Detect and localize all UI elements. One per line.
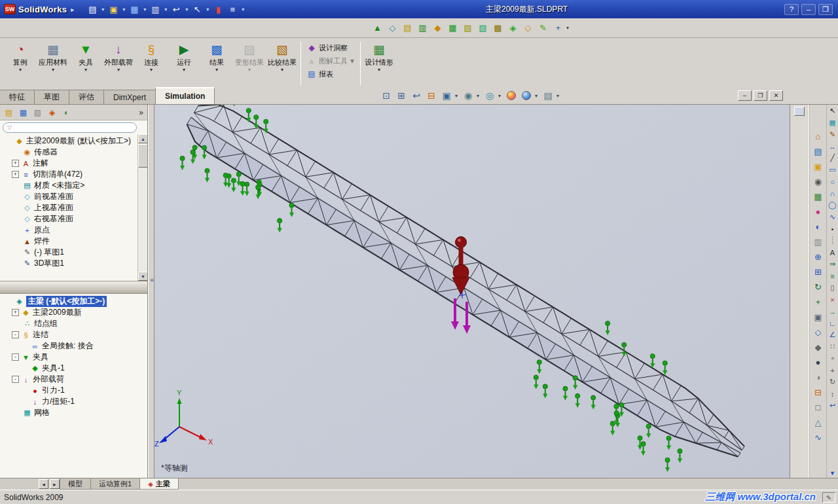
feature-manager-tab-icon[interactable]: ▤: [3, 107, 15, 118]
dropdown-arrow-icon[interactable]: ▾: [184, 7, 189, 12]
ribbon-button-connections[interactable]: §连接▾: [136, 40, 167, 87]
ribbon-button-study[interactable]: ◔算例▾: [5, 40, 36, 87]
centerline-icon[interactable]: ┊: [828, 236, 837, 245]
shadows-icon[interactable]: ◑: [812, 372, 824, 383]
hide-show-items-icon[interactable]: ◎: [483, 89, 496, 102]
dropdown-arrow-icon[interactable]: ▾: [117, 67, 120, 73]
scene-icon[interactable]: ◐: [812, 221, 824, 232]
graphics-area[interactable]: YXZ: [155, 105, 790, 478]
ribbon-button-fixtures[interactable]: ▼夹具▾: [70, 40, 101, 87]
trim-extend-icon[interactable]: ▥: [416, 21, 429, 35]
fillet-icon[interactable]: ◈: [506, 21, 520, 35]
sketch-icon[interactable]: ✎: [536, 21, 550, 35]
line-icon[interactable]: ╱: [828, 153, 837, 163]
convert-entities-icon[interactable]: ⇒: [828, 259, 837, 269]
file-explorer-icon[interactable]: ▣: [812, 161, 824, 172]
study-tree-item[interactable]: ◆夹具-1: [1, 363, 146, 374]
feature-tree-item[interactable]: ◇右视基准面: [1, 213, 136, 225]
color-swatch-icon[interactable]: ▮: [211, 3, 225, 16]
feature-tree-item[interactable]: ◆主梁2009最新 (默认<按加工>): [1, 135, 136, 147]
doc-close-button[interactable]: ✕: [769, 90, 783, 101]
rotate-entities-icon[interactable]: ↻: [828, 377, 837, 387]
feature-tree-item[interactable]: ▤材质 <未指定>: [1, 180, 136, 191]
more-tools-icon[interactable]: ▼: [829, 470, 835, 477]
arc-icon[interactable]: ∩: [828, 189, 837, 198]
study-tree-item[interactable]: ●引力-1: [1, 385, 146, 396]
tab-motion-study-1[interactable]: 运动算例1: [90, 478, 140, 490]
circle-icon[interactable]: ○: [828, 177, 837, 187]
tab-scroll-right-icon[interactable]: ▸: [50, 479, 60, 489]
study-tree-item[interactable]: -§连结: [1, 329, 146, 340]
view-palette-icon[interactable]: ▦: [812, 191, 824, 202]
curvature-icon[interactable]: ∿: [812, 432, 824, 443]
zoom-area-icon[interactable]: ⊞: [812, 266, 824, 278]
zoom-to-area-icon[interactable]: ⊞: [395, 89, 408, 102]
feature-tree-item[interactable]: ◇上视基准面: [1, 202, 136, 213]
previous-view-icon[interactable]: ↩: [410, 89, 423, 102]
tab-dimxpert[interactable]: DimXpert: [103, 90, 156, 104]
save-icon[interactable]: ▦: [128, 3, 141, 16]
dropdown-arrow-icon[interactable]: ▾: [350, 56, 354, 65]
panel-resize-splitter[interactable]: «: [148, 105, 155, 478]
scale-entities-icon[interactable]: ↕: [828, 389, 837, 399]
dropdown-arrow-icon[interactable]: ▾: [19, 67, 22, 73]
dropdown-arrow-icon[interactable]: ▾: [281, 67, 283, 73]
tab-scroll-left-icon[interactable]: ◂: [39, 479, 48, 489]
doc-restore-button[interactable]: ❐: [754, 90, 767, 101]
feature-tree-item[interactable]: +≡切割清单(472): [1, 169, 136, 180]
gusset-icon[interactable]: ◆: [431, 21, 445, 35]
tree-expand-toggle[interactable]: -: [12, 331, 19, 338]
study-tree-item[interactable]: +◆主梁2009最新: [1, 307, 146, 318]
maximize-window-button[interactable]: ❐: [818, 4, 833, 15]
property-manager-tab-icon[interactable]: ▦: [17, 107, 29, 118]
text-icon[interactable]: A: [828, 247, 837, 257]
dropdown-arrow-icon[interactable]: ▾: [142, 7, 147, 12]
weld-bead-icon[interactable]: ▧: [461, 21, 475, 35]
doc-minimize-button[interactable]: –: [738, 90, 752, 101]
wireframe-icon[interactable]: ◇: [812, 327, 824, 338]
section-view-icon[interactable]: ⊟: [425, 89, 438, 102]
minimize-window-button[interactable]: –: [801, 4, 816, 15]
graphics-viewport[interactable]: YXZ *等轴测: [155, 105, 790, 478]
design-library-icon[interactable]: ▤: [812, 146, 824, 157]
study-tree-item[interactable]: -▼夹具: [1, 351, 146, 363]
ribbon-button-apply-material[interactable]: ▦应用材料▾: [37, 40, 69, 87]
study-tree-item[interactable]: ◈主梁 (-默认<按加工>-): [1, 296, 146, 307]
ellipse-icon[interactable]: ◯: [828, 200, 837, 210]
feature-tree-item[interactable]: +A注解: [1, 158, 136, 169]
shaded-icon[interactable]: ●: [812, 357, 824, 368]
dropdown-arrow-icon[interactable]: ▾: [121, 7, 126, 12]
dropdown-arrow-icon[interactable]: ▾: [556, 93, 561, 99]
configuration-manager-tab-icon[interactable]: ▧: [31, 107, 44, 118]
feature-tree-item[interactable]: ✎3D草图1: [1, 258, 136, 269]
help-button[interactable]: ?: [784, 4, 799, 15]
trim-entities-icon[interactable]: ×: [828, 295, 837, 304]
feature-tree-filter-input[interactable]: ▽: [3, 122, 137, 133]
extruded-boss-icon[interactable]: ▨: [476, 21, 490, 35]
feature-tree-item[interactable]: ◇前视基准面: [1, 191, 136, 202]
ribbon-button-design-insight[interactable]: ◆设计洞察: [304, 42, 357, 54]
new-document-icon[interactable]: ▤: [86, 3, 99, 16]
study-tree-item[interactable]: ▦网格: [1, 407, 146, 418]
tree-expand-toggle[interactable]: +: [12, 160, 19, 167]
extruded-cut-icon[interactable]: ▩: [491, 21, 505, 35]
select-arrow-icon[interactable]: ↖: [828, 106, 837, 116]
undo-icon[interactable]: ↩: [828, 401, 837, 410]
dropdown-arrow-icon[interactable]: ▾: [205, 7, 210, 12]
search-icon[interactable]: ◉: [812, 176, 824, 187]
task-pane-toggle-button[interactable]: [794, 107, 805, 116]
scroll-down-icon[interactable]: ▼: [138, 272, 147, 281]
edit-appearance-icon[interactable]: [505, 89, 518, 102]
scrollbar-thumb[interactable]: [138, 144, 147, 168]
linear-pattern-icon[interactable]: ∷: [828, 342, 837, 351]
study-tree-item[interactable]: ∴结点组: [1, 318, 146, 329]
standard-views-icon[interactable]: ▣: [812, 312, 824, 323]
feature-tree-item[interactable]: ✎(-) 草图1: [1, 247, 136, 258]
tree-expand-toggle[interactable]: +: [12, 309, 19, 316]
circular-pattern-icon[interactable]: ∘: [828, 353, 837, 363]
dimxpert-manager-tab-icon[interactable]: ◈: [46, 107, 58, 118]
dropdown-arrow-icon[interactable]: ▾: [566, 25, 572, 31]
end-cap-icon[interactable]: ▦: [446, 21, 460, 35]
ribbon-button-results[interactable]: ▩结果▾: [201, 40, 232, 87]
feature-tree-item[interactable]: ◉传感器: [1, 147, 136, 158]
